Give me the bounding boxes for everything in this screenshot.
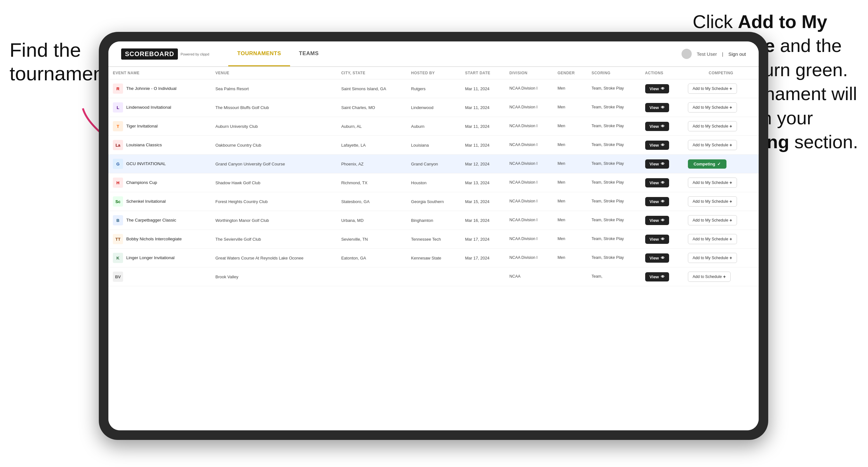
scoring-cell-4: Team, Stroke Play [587,136,641,155]
event-name-text-4: Louisiana Classics [126,142,162,148]
view-button-6[interactable]: View 👁 [645,178,669,187]
gender-cell-2: Men [553,98,587,117]
add-schedule-button-4[interactable]: Add to My Schedule + [688,140,737,150]
venue-cell-8: Worthington Manor Golf Club [211,211,337,230]
view-button-1[interactable]: View 👁 [645,84,669,93]
col-venue: VENUE [211,67,337,80]
view-button-10[interactable]: View 👁 [645,253,669,263]
venue-cell-7: Forest Heights Country Club [211,192,337,211]
gender-cell-11 [553,268,587,286]
city-cell-4: Lafayette, LA [337,136,406,155]
add-schedule-button-10[interactable]: Add to My Schedule + [688,253,737,263]
table-row: H Champions Cup Shadow Hawk Golf Club Ri… [108,174,759,192]
check-icon-5: ✓ [717,162,721,166]
view-button-9[interactable]: View 👁 [645,235,669,244]
division-cell-1: NCAA Division I [505,80,553,98]
division-cell-2: NCAA Division I [505,98,553,117]
venue-cell-11: Brook Valley [211,268,337,286]
view-button-4[interactable]: View 👁 [645,141,669,150]
hosted-cell-2: Lindenwood [407,98,461,117]
date-cell-10: Mar 17, 2024 [461,249,505,268]
division-cell-4: NCAA Division I [505,136,553,155]
tab-tournaments[interactable]: TOURNAMENTS [228,41,290,66]
eye-icon-11: 👁 [661,275,664,279]
venue-cell-9: The Sevierville Golf Club [211,230,337,249]
date-cell-7: Mar 15, 2024 [461,192,505,211]
add-schedule-button-2[interactable]: Add to My Schedule + [688,102,737,113]
tablet-frame: SCOREBOARD Powered by clippd TOURNAMENTS… [99,32,768,440]
view-button-3[interactable]: View 👁 [645,122,669,131]
plus-icon-8: + [730,218,732,223]
date-cell-5: Mar 12, 2024 [461,155,505,174]
col-competing: COMPETING [683,67,759,80]
city-cell-3: Auburn, AL [337,117,406,136]
event-name-cell-7: Sc Schenkel Invitational [108,192,211,211]
add-schedule-button-1[interactable]: Add to My Schedule + [688,84,737,94]
city-cell-9: Sevierville, TN [337,230,406,249]
competing-cell-11: Add to Schedule + [683,268,759,286]
actions-cell-1: View 👁 [641,80,683,98]
event-name-text-5: GCU INVITATIONAL [126,161,166,167]
team-logo-11: BV [113,272,123,282]
eye-icon-9: 👁 [661,237,664,241]
division-cell-7: NCAA Division I [505,192,553,211]
sign-out-link[interactable]: Sign out [728,51,746,57]
venue-cell-10: Great Waters Course At Reynolds Lake Oco… [211,249,337,268]
competing-button-5[interactable]: Competing ✓ [688,159,726,168]
competing-cell-3: Add to My Schedule + [683,117,759,136]
add-schedule-button-7[interactable]: Add to My Schedule + [688,196,737,207]
view-button-7[interactable]: View 👁 [645,197,669,206]
plus-icon-9: + [730,237,732,242]
gender-cell-6: Men [553,174,587,192]
hosted-cell-5: Grand Canyon [407,155,461,174]
date-cell-9: Mar 17, 2024 [461,230,505,249]
gender-cell-5: Men [553,155,587,174]
actions-cell-8: View 👁 [641,211,683,230]
col-gender: GENDER [553,67,587,80]
actions-cell-10: View 👁 [641,249,683,268]
actions-cell-3: View 👁 [641,117,683,136]
tab-teams[interactable]: TEAMS [290,41,328,66]
view-button-11[interactable]: View 👁 [645,272,669,281]
add-schedule-button-9[interactable]: Add to My Schedule + [688,234,737,244]
table-row: La Louisiana Classics Oakbourne Country … [108,136,759,155]
scoring-cell-5: Team, Stroke Play [587,155,641,174]
actions-cell-5: View 👁 [641,155,683,174]
plus-icon-6: + [730,180,732,185]
gender-cell-7: Men [553,192,587,211]
hosted-cell-11 [407,268,461,286]
eye-icon-4: 👁 [661,143,664,147]
event-name-text-8: The Carpetbagger Classic [126,217,176,223]
date-cell-4: Mar 11, 2024 [461,136,505,155]
team-logo-9: TT [113,234,123,244]
scoring-cell-6: Team, Stroke Play [587,174,641,192]
add-schedule-button-11[interactable]: Add to Schedule + [688,272,731,282]
view-button-8[interactable]: View 👁 [645,216,669,225]
city-cell-10: Eatonton, GA [337,249,406,268]
date-cell-2: Mar 11, 2024 [461,98,505,117]
table-row: TT Bobby Nichols Intercollegiate The Sev… [108,230,759,249]
competing-cell-8: Add to My Schedule + [683,211,759,230]
actions-cell-9: View 👁 [641,230,683,249]
table-body: R The Johnnie - O Individual Sea Palms R… [108,80,759,286]
city-cell-11 [337,268,406,286]
add-schedule-button-3[interactable]: Add to My Schedule + [688,121,737,131]
event-name-cell-10: K Linger Longer Invitational [108,249,211,268]
scoring-cell-7: Team, Stroke Play [587,192,641,211]
add-schedule-button-8[interactable]: Add to My Schedule + [688,215,737,225]
scoring-cell-1: Team, Stroke Play [587,80,641,98]
table-row: Sc Schenkel Invitational Forest Heights … [108,192,759,211]
gender-cell-3: Men [553,117,587,136]
user-avatar [682,49,692,59]
event-name-cell-6: H Champions Cup [108,174,211,192]
division-cell-9: NCAA Division I [505,230,553,249]
divider: | [722,51,723,57]
add-schedule-button-6[interactable]: Add to My Schedule + [688,178,737,188]
event-name-text-6: Champions Cup [126,180,157,186]
view-button-5[interactable]: View 👁 [645,159,669,168]
table-row: B The Carpetbagger Classic Worthington M… [108,211,759,230]
competing-cell-10: Add to My Schedule + [683,249,759,268]
hosted-cell-10: Kennesaw State [407,249,461,268]
view-button-2[interactable]: View 👁 [645,103,669,112]
annotation-line1: Find the [9,39,81,61]
